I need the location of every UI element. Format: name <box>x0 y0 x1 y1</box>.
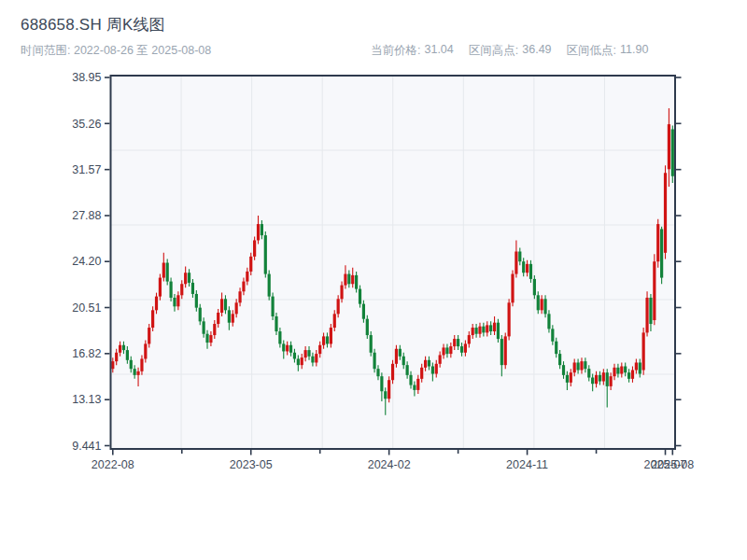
x-tick-label: 2024-02 <box>368 458 411 471</box>
y-tick-label: 27.88 <box>72 209 101 222</box>
y-tick-label: 38.95 <box>72 71 101 84</box>
candle <box>660 227 663 284</box>
candle <box>264 231 267 277</box>
candlestick-plot-canvas: 38.9535.2631.5727.8824.2020.5116.8213.13… <box>0 0 747 560</box>
candle <box>370 331 373 357</box>
x-tick-label: 2024-11 <box>506 458 548 471</box>
y-tick-label: 31.57 <box>72 163 101 176</box>
candle <box>656 219 659 268</box>
x-tick-label: 2022-08 <box>92 458 134 471</box>
y-tick-label: 20.51 <box>72 301 101 315</box>
candle <box>388 376 390 402</box>
candle <box>504 332 507 369</box>
candle <box>645 291 648 336</box>
candle <box>151 306 154 331</box>
y-tick-label: 9.441 <box>72 440 101 453</box>
candle <box>268 271 271 301</box>
x-tick-label: 2023-05 <box>230 458 273 471</box>
x-tick-label: 2025-08 <box>651 458 694 471</box>
candle <box>508 299 511 340</box>
y-tick-label: 16.82 <box>72 347 101 360</box>
y-tick-label: 35.26 <box>72 118 101 131</box>
kline-chart-window: 688658.SH 周K线图 时间范围: 2022-08-26 至 2025-0… <box>0 0 747 560</box>
candle <box>664 165 667 259</box>
candle <box>671 125 674 182</box>
candle <box>166 259 169 286</box>
candle <box>642 328 645 375</box>
candle <box>653 254 655 325</box>
y-tick-label: 13.13 <box>72 393 101 406</box>
candle <box>271 293 274 320</box>
candle <box>511 271 514 307</box>
y-tick-label: 24.20 <box>72 255 101 268</box>
candle <box>159 274 162 301</box>
